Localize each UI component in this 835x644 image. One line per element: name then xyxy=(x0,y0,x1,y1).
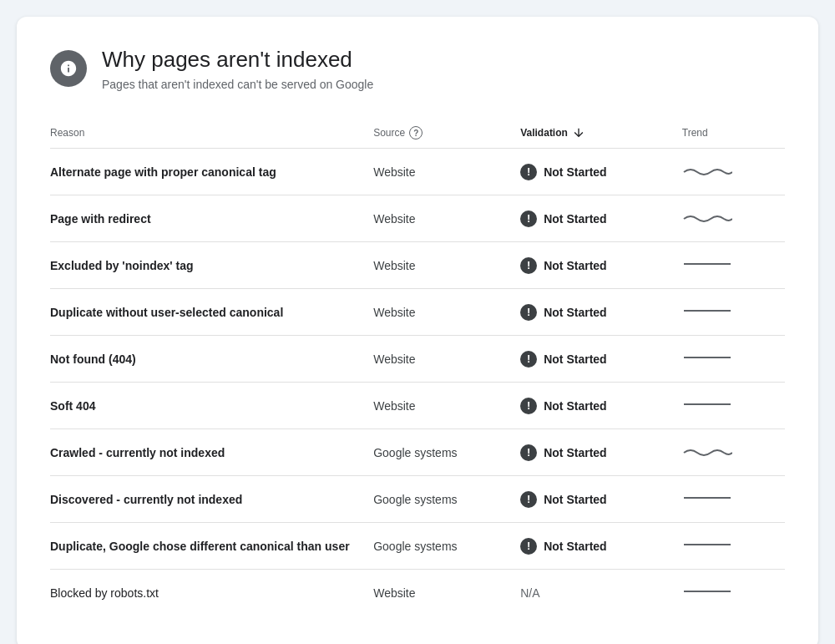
not-started-label: Not Started xyxy=(544,212,606,226)
cell-trend xyxy=(682,523,785,570)
not-started-label: Not Started xyxy=(544,493,606,506)
page-title: Why pages aren't indexed xyxy=(102,47,373,73)
col-header-trend: Trend xyxy=(682,118,785,149)
data-table: Reason Source ? Validation Trend xyxy=(50,118,785,616)
cell-trend xyxy=(682,149,785,195)
table-row[interactable]: Discovered - currently not indexedGoogle… xyxy=(50,476,785,523)
trend-flat-icon xyxy=(682,536,732,553)
not-started-icon: ! xyxy=(520,164,537,180)
not-started-label: Not Started xyxy=(544,306,606,319)
trend-wavy-icon xyxy=(682,162,732,179)
trend-flat-icon xyxy=(682,489,732,506)
cell-reason: Duplicate, Google chose different canoni… xyxy=(50,523,373,570)
cell-validation: !Not Started xyxy=(520,242,682,289)
cell-validation: !Not Started xyxy=(520,289,682,336)
cell-validation: !Not Started xyxy=(520,523,682,570)
source-help-icon[interactable]: ? xyxy=(409,126,423,139)
col-header-validation: Validation xyxy=(520,118,682,149)
cell-reason: Discovered - currently not indexed xyxy=(50,476,373,523)
not-started-label: Not Started xyxy=(544,540,606,553)
table-row[interactable]: Duplicate, Google chose different canoni… xyxy=(50,523,785,570)
cell-source: Website xyxy=(373,570,520,616)
header: Why pages aren't indexed Pages that aren… xyxy=(50,47,785,91)
cell-validation: !Not Started xyxy=(520,383,682,429)
not-started-icon: ! xyxy=(520,398,537,414)
info-icon xyxy=(50,50,87,87)
table-header-row: Reason Source ? Validation Trend xyxy=(50,118,785,149)
cell-reason: Alternate page with proper canonical tag xyxy=(50,149,373,195)
table-row[interactable]: Page with redirectWebsite!Not Started xyxy=(50,195,785,242)
not-started-label: Not Started xyxy=(544,259,606,272)
table-row[interactable]: Crawled - currently not indexedGoogle sy… xyxy=(50,429,785,476)
main-card: Why pages aren't indexed Pages that aren… xyxy=(17,17,818,644)
cell-reason: Blocked by robots.txt xyxy=(50,570,373,616)
cell-source: Website xyxy=(373,242,520,289)
cell-trend xyxy=(682,336,785,383)
col-header-reason: Reason xyxy=(50,118,373,149)
cell-source: Website xyxy=(373,383,520,429)
trend-flat-icon xyxy=(682,256,732,272)
cell-reason: Duplicate without user-selected canonica… xyxy=(50,289,373,336)
cell-validation: !Not Started xyxy=(520,476,682,523)
not-started-label: Not Started xyxy=(544,165,606,179)
not-started-icon: ! xyxy=(520,210,537,227)
cell-trend xyxy=(682,195,785,242)
cell-trend xyxy=(682,242,785,289)
cell-validation: !Not Started xyxy=(520,336,682,383)
cell-trend xyxy=(682,383,785,429)
cell-source: Website xyxy=(373,149,520,195)
cell-validation: N/A xyxy=(520,570,682,616)
not-started-icon: ! xyxy=(520,351,537,368)
table-row[interactable]: Excluded by 'noindex' tagWebsite!Not Sta… xyxy=(50,242,785,289)
not-started-label: Not Started xyxy=(544,352,606,366)
page-subtitle: Pages that aren't indexed can't be serve… xyxy=(102,78,373,91)
cell-source: Website xyxy=(373,289,520,336)
not-started-icon: ! xyxy=(520,491,537,508)
cell-reason: Soft 404 xyxy=(50,383,373,429)
table-row[interactable]: Soft 404Website!Not Started xyxy=(50,383,785,429)
not-started-icon: ! xyxy=(520,538,537,555)
table-row[interactable]: Alternate page with proper canonical tag… xyxy=(50,149,785,195)
cell-validation: !Not Started xyxy=(520,149,682,195)
cell-reason: Crawled - currently not indexed xyxy=(50,429,373,476)
cell-trend xyxy=(682,429,785,476)
cell-reason: Excluded by 'noindex' tag xyxy=(50,242,373,289)
not-started-icon: ! xyxy=(520,444,537,461)
not-started-icon: ! xyxy=(520,257,537,274)
cell-reason: Not found (404) xyxy=(50,336,373,383)
table-row[interactable]: Blocked by robots.txtWebsiteN/A xyxy=(50,570,785,616)
cell-reason: Page with redirect xyxy=(50,195,373,242)
not-started-label: Not Started xyxy=(544,399,606,413)
na-label: N/A xyxy=(520,586,539,600)
col-header-source: Source ? xyxy=(373,118,520,149)
cell-trend xyxy=(682,570,785,616)
cell-validation: !Not Started xyxy=(520,195,682,242)
trend-wavy-icon xyxy=(682,443,732,459)
cell-source: Google systems xyxy=(373,523,520,570)
cell-validation: !Not Started xyxy=(520,429,682,476)
table-row[interactable]: Duplicate without user-selected canonica… xyxy=(50,289,785,336)
cell-source: Website xyxy=(373,336,520,383)
header-text: Why pages aren't indexed Pages that aren… xyxy=(102,47,373,91)
cell-source: Google systems xyxy=(373,429,520,476)
trend-flat-icon xyxy=(682,396,732,413)
cell-source: Website xyxy=(373,195,520,242)
cell-source: Google systems xyxy=(373,476,520,523)
cell-trend xyxy=(682,289,785,336)
trend-wavy-icon xyxy=(682,209,732,226)
table-row[interactable]: Not found (404)Website!Not Started xyxy=(50,336,785,383)
trend-flat-icon xyxy=(682,302,732,319)
not-started-icon: ! xyxy=(520,304,537,321)
trend-flat-icon xyxy=(682,583,732,600)
not-started-label: Not Started xyxy=(544,446,606,459)
cell-trend xyxy=(682,476,785,523)
trend-flat-icon xyxy=(682,349,732,366)
sort-icon[interactable] xyxy=(572,126,585,139)
